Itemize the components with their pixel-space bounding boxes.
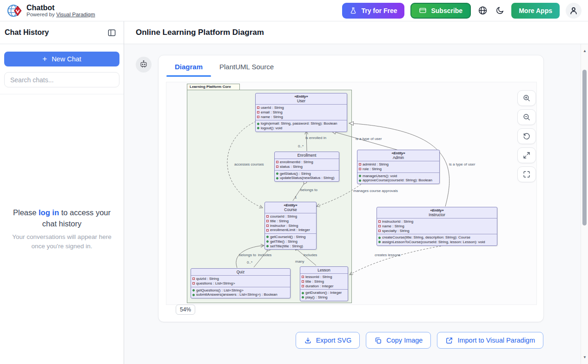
uml-method: getTitle() : String <box>266 239 315 244</box>
search-chats-input[interactable] <box>4 72 119 87</box>
uml-attribute: enrollmentLimit : Integer <box>266 228 315 232</box>
scrollbar-thumb[interactable] <box>582 70 587 225</box>
public-marker-icon <box>192 294 195 296</box>
uml-class-name: Lesson <box>302 268 346 272</box>
collapse-sidebar-button[interactable] <box>106 27 117 38</box>
private-marker-icon <box>192 278 195 280</box>
uml-stereotype: «Entity» <box>266 203 315 207</box>
log-in-link[interactable]: log in <box>39 208 59 217</box>
moon-icon <box>496 6 504 15</box>
main-content: Diagram PlantUML Source Learning Platfor… <box>124 44 588 364</box>
import-to-visual-paradigm-button[interactable]: Import to Visual Paradigm <box>437 332 543 349</box>
edge-label: creates lessons <box>375 253 401 257</box>
powered-by: Powered by Visual Paradigm <box>26 12 95 17</box>
uml-attribute: userId : String <box>257 106 345 110</box>
uml-class-course: «Entity»CoursecourseId : Stringtitle : S… <box>264 202 317 250</box>
copy-image-button[interactable]: Copy Image <box>366 332 431 349</box>
uml-attributes-section: instructorId : Stringname : Stringspecia… <box>377 218 497 234</box>
tab-plantuml-source[interactable]: PlantUML Source <box>211 55 282 77</box>
private-marker-icon <box>192 282 195 285</box>
visual-paradigm-link[interactable]: Visual Paradigm <box>56 12 95 17</box>
uml-attribute: instructor : String <box>266 224 315 228</box>
private-marker-icon <box>359 163 361 165</box>
zoom-level-badge: 54% <box>176 304 195 315</box>
action-buttons: Export SVG Copy Image <box>296 332 543 349</box>
uml-attribute: specialty : String <box>378 229 496 233</box>
uml-class-user: «Entity»UseruserId : Stringemail : Strin… <box>255 93 347 132</box>
edge-label: 0..* <box>298 144 304 148</box>
more-apps-button[interactable]: More Apps <box>511 3 560 19</box>
diagram-canvas[interactable]: Learning Platform Core«Entity»UseruserId… <box>166 82 537 305</box>
scroll-up-arrow[interactable]: ▲ <box>581 49 588 53</box>
edge-label: is enrolled in <box>305 136 326 140</box>
uml-class-instructor: «Entity»InstructorinstructorId : Stringn… <box>377 207 497 246</box>
main-header: Online Learning Platform Diagram <box>124 21 588 44</box>
private-marker-icon <box>378 225 381 227</box>
public-marker-icon <box>257 127 259 129</box>
try-for-free-button[interactable]: Try for Free <box>342 3 404 19</box>
private-marker-icon <box>266 215 269 218</box>
login-hint: Your conversations will appear here once… <box>8 232 116 251</box>
uml-method: manageUsers(): void <box>359 174 438 179</box>
edge-label: belongs to <box>239 253 256 257</box>
uml-class-admin: «Entity»AdminadminId : Stringrole : Stri… <box>357 150 440 184</box>
private-marker-icon <box>359 168 361 170</box>
uml-attribute: adminId : String <box>359 162 438 167</box>
edge-label: 1 <box>295 195 297 199</box>
tab-bar: Diagram PlantUML Source <box>159 55 543 77</box>
zoom-in-icon <box>522 94 531 102</box>
uml-class-name: Admin <box>359 155 438 160</box>
scroll-down-arrow[interactable]: ▼ <box>581 355 588 359</box>
new-chat-button[interactable]: + New Chat <box>4 52 119 66</box>
edge-label: 0..* <box>247 260 252 265</box>
uml-class-header: Lesson <box>300 267 348 274</box>
public-marker-icon <box>257 123 259 125</box>
public-marker-icon <box>359 179 361 182</box>
uml-edge-5 <box>317 180 366 206</box>
edge-label: accesses courses <box>234 162 264 166</box>
zoom-out-button[interactable] <box>517 109 536 125</box>
fullscreen-icon <box>522 170 531 179</box>
public-marker-icon <box>378 237 381 239</box>
tab-diagram[interactable]: Diagram <box>166 55 211 77</box>
uml-attributes-section: enrollmentId : Stringstatus : String <box>275 159 339 170</box>
user-avatar[interactable] <box>566 3 581 19</box>
uml-method: getStatus() : String <box>276 172 337 176</box>
private-marker-icon <box>266 220 269 222</box>
public-marker-icon <box>302 292 304 294</box>
uml-class-header: «Entity»User <box>256 93 347 105</box>
uml-methods-section: getQuestions() : List<String>submitAnswe… <box>191 287 290 298</box>
uml-method: createCourse(title: String, description:… <box>378 235 496 240</box>
top-header: Chatbot Powered by Visual Paradigm Try f… <box>0 0 588 21</box>
language-globe-button[interactable] <box>477 5 489 16</box>
zoom-in-button[interactable] <box>517 90 536 106</box>
uml-method: getDuration() : Integer <box>302 291 346 295</box>
edge-label: is a type of user <box>356 137 382 141</box>
uml-class-name: Instructor <box>378 212 496 217</box>
uml-attribute: role : String <box>359 167 438 172</box>
uml-attribute: enrollmentId : String <box>276 160 337 165</box>
fullscreen-button[interactable] <box>517 166 536 182</box>
user-avatar-icon <box>569 6 578 15</box>
export-svg-button[interactable]: Export SVG <box>296 332 360 349</box>
uml-attribute: duration : Integer <box>302 284 346 289</box>
subscribe-button[interactable]: Subscribe <box>410 3 471 19</box>
visual-paradigm-logo <box>7 3 22 19</box>
login-prompt: Please log in to access your chat histor… <box>8 207 116 251</box>
uml-stereotype: «Entity» <box>359 151 438 155</box>
uml-method: updateStatus(newStatus : String) <box>276 176 337 180</box>
dark-mode-button[interactable] <box>495 5 505 16</box>
reset-view-button[interactable] <box>517 128 536 144</box>
copy-icon <box>374 337 382 344</box>
expand-button[interactable] <box>517 147 536 163</box>
vertical-scrollbar[interactable]: ▲ ▼ <box>581 44 588 364</box>
diagram-card: Diagram PlantUML Source Learning Platfor… <box>158 55 544 322</box>
private-marker-icon <box>302 276 304 278</box>
uml-class-header: Quiz <box>191 269 290 276</box>
uml-method: setTitle(title : String) <box>266 244 315 249</box>
uml-edge-0 <box>306 131 307 151</box>
uml-attribute: quizId : String <box>192 277 289 281</box>
expand-icon <box>522 151 531 159</box>
edge-label: belongs to <box>300 188 317 192</box>
uml-attribute: courseId : String <box>266 214 315 219</box>
